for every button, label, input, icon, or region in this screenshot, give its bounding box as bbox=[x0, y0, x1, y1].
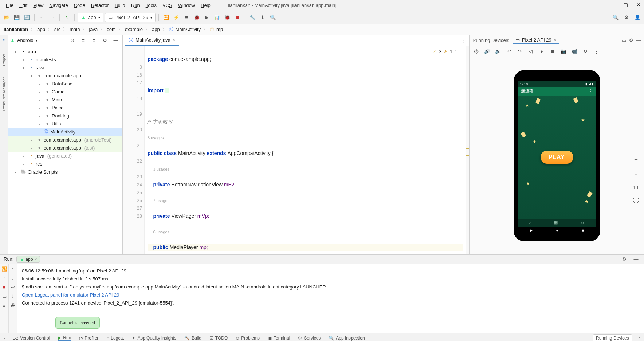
sys-back-icon[interactable]: ▶ bbox=[530, 228, 533, 232]
crumb-src[interactable]: src bbox=[54, 27, 60, 32]
tree-pkg-test[interactable]: ▸●com.example.app(test) bbox=[8, 144, 122, 152]
prev-icon[interactable]: ↑ bbox=[3, 275, 5, 281]
menu-file[interactable]: File bbox=[3, 1, 16, 9]
open-icon[interactable]: 📂 bbox=[2, 13, 11, 22]
crumb-app[interactable]: app bbox=[37, 27, 45, 32]
maximize-button[interactable]: ▢ bbox=[622, 1, 629, 8]
tree-utils[interactable]: ▸●Utils bbox=[8, 120, 122, 128]
tree-piece[interactable]: ▸●Piece bbox=[8, 104, 122, 112]
up-arrow-icon[interactable]: ↑ bbox=[12, 266, 14, 272]
record-icon[interactable]: 📹 bbox=[572, 49, 577, 54]
tree-gradle[interactable]: ▸🐘Gradle Scripts bbox=[8, 168, 122, 176]
zoom-in-icon[interactable]: ＋ bbox=[633, 156, 639, 163]
menu-tools[interactable]: Tools bbox=[143, 1, 160, 9]
rotate-left-icon[interactable]: ↶ bbox=[506, 49, 512, 54]
more-icon[interactable]: ⋮ bbox=[593, 49, 599, 54]
bottom-nav[interactable]: ⌂ ▦ ☺ bbox=[518, 219, 596, 227]
layout-icon[interactable]: ▭ bbox=[2, 294, 7, 299]
stop-icon[interactable]: ■ bbox=[3, 284, 6, 290]
crumb-field[interactable]: mp bbox=[216, 27, 223, 32]
print-icon[interactable]: 🖶 bbox=[11, 303, 15, 308]
menu-code[interactable]: Code bbox=[71, 1, 88, 9]
close-icon[interactable]: × bbox=[34, 257, 37, 262]
collapse-icon[interactable]: ≡ bbox=[90, 36, 98, 45]
menu-build[interactable]: Build bbox=[112, 1, 128, 9]
crumb-main[interactable]: main bbox=[70, 27, 80, 32]
nav-home-icon[interactable]: ⌂ bbox=[529, 221, 532, 225]
expand-icon[interactable]: ⛶ bbox=[633, 197, 639, 204]
crumb-example[interactable]: example bbox=[125, 27, 143, 32]
sdk-icon[interactable]: ⬇ bbox=[258, 13, 267, 22]
system-nav[interactable]: ▶ ● ■ bbox=[518, 227, 596, 234]
tree-pkg[interactable]: ▾●com.example.app bbox=[8, 71, 122, 80]
close-tab-icon[interactable]: × bbox=[173, 38, 175, 43]
run-config-selector[interactable]: ▲ app ▾ bbox=[78, 13, 103, 22]
rerun-icon[interactable]: 🔁 bbox=[1, 266, 7, 272]
locate-icon[interactable]: ⊙ bbox=[68, 36, 76, 45]
apply-code-icon[interactable]: ≡ bbox=[182, 13, 191, 22]
gear-icon[interactable]: ⚙ bbox=[620, 255, 629, 264]
save-icon[interactable]: 💾 bbox=[12, 13, 21, 22]
device-tab[interactable]: ▭ Pixel 2 API 29 × bbox=[513, 36, 559, 44]
menu-help[interactable]: Help bbox=[198, 1, 213, 9]
menu-navigate[interactable]: Navigate bbox=[46, 1, 71, 9]
up-icon[interactable]: ↖ bbox=[63, 13, 71, 22]
device-selector[interactable]: ▭ Pixel_2_API_29 ▾ bbox=[105, 13, 156, 22]
gear-icon[interactable]: ⚙ bbox=[101, 36, 109, 45]
soft-wrap-icon[interactable]: ↩ bbox=[11, 284, 15, 290]
overview-icon[interactable]: ■ bbox=[550, 49, 555, 54]
inspection-flags[interactable]: ⚠3 ⚠1 ˄ ˅ bbox=[433, 48, 461, 56]
tool-version-control[interactable]: ⎇Version Control bbox=[13, 336, 50, 341]
tool-services[interactable]: ⚙Services bbox=[298, 336, 321, 341]
tool-app-quality[interactable]: ✦App Quality Insights bbox=[132, 336, 176, 341]
power-icon[interactable]: ⏻ bbox=[473, 49, 479, 54]
crumb-java[interactable]: java bbox=[89, 27, 98, 32]
back-icon[interactable]: ← bbox=[38, 13, 46, 22]
settings-icon[interactable]: ⚙ bbox=[622, 13, 631, 22]
phone-screen[interactable]: 12:59▮ ◢ ▮ 连连看 ⋮ ★ ★ ★ ★ ★ bbox=[518, 81, 596, 234]
fit-icon[interactable]: 1:1 bbox=[633, 186, 639, 190]
project-tree[interactable]: ▾▪app ▸▪manifests ▾▪java ▾●com.example.a… bbox=[8, 46, 122, 254]
code-area[interactable]: package com.example.app; import ... /* 主… bbox=[145, 46, 466, 254]
crumb-class[interactable]: MainActivity bbox=[176, 27, 201, 32]
tree-ranking[interactable]: ▸●Ranking bbox=[8, 112, 122, 120]
menu-window[interactable]: Window bbox=[175, 1, 198, 9]
editor-tab-mainactivity[interactable]: Ⓒ MainActivity.java × bbox=[125, 35, 179, 46]
hide-icon[interactable]: — bbox=[111, 36, 120, 45]
scroll-end-icon[interactable]: ⤓ bbox=[11, 294, 15, 299]
toolwin-toggle-icon[interactable]: ▫ bbox=[4, 336, 5, 341]
tree-res[interactable]: ▸▪res bbox=[8, 160, 122, 168]
play-button[interactable]: PLAY bbox=[541, 151, 573, 164]
chevron-up-icon[interactable]: ˄ bbox=[455, 48, 457, 56]
tree-pkg-androidtest[interactable]: ▸●com.example.app(androidTest) bbox=[8, 136, 122, 144]
tool-todo[interactable]: ☑TODO bbox=[209, 336, 228, 341]
run-tab-app[interactable]: ▲ app × bbox=[16, 256, 40, 263]
app-menu-icon[interactable]: ⋮ bbox=[589, 89, 593, 94]
tool-build[interactable]: 🔨Build bbox=[184, 336, 201, 341]
tool-logcat[interactable]: ≡Logcat bbox=[106, 336, 124, 341]
home-icon[interactable]: ● bbox=[539, 49, 545, 54]
screenshot-icon[interactable]: 📷 bbox=[561, 49, 566, 54]
down-arrow-icon[interactable]: ↓ bbox=[12, 275, 14, 281]
logcat-link[interactable]: Open Logcat panel for emulator Pixel 2 A… bbox=[22, 292, 119, 298]
nav-rank-icon[interactable]: ▦ bbox=[554, 220, 558, 225]
tree-java-gen[interactable]: ▸▪java(generated) bbox=[8, 152, 122, 160]
volume-down-icon[interactable]: 🔉 bbox=[495, 49, 501, 54]
volume-up-icon[interactable]: 🔊 bbox=[484, 49, 490, 54]
left-strip-resource-mgr[interactable]: Resource Manager bbox=[2, 77, 6, 111]
sync-icon[interactable]: 🔄 bbox=[23, 13, 31, 22]
tree-mainactivity[interactable]: ⒸMainActivity bbox=[8, 128, 122, 136]
expand-icon[interactable]: ≡ bbox=[79, 36, 87, 45]
window-icon[interactable]: ▭ bbox=[622, 38, 626, 43]
tree-app[interactable]: ▾▪app bbox=[8, 47, 122, 55]
sys-home-icon[interactable]: ● bbox=[556, 228, 558, 232]
run-icon[interactable]: 🔁 bbox=[162, 13, 170, 22]
apply-changes-icon[interactable]: ⚡ bbox=[172, 13, 181, 22]
search-icon[interactable]: 🔍 bbox=[611, 13, 620, 22]
tool-app-inspection[interactable]: 🔍App Inspection bbox=[329, 336, 365, 341]
back-icon[interactable]: ◁ bbox=[528, 49, 534, 54]
hide-icon[interactable]: — bbox=[636, 38, 641, 43]
editor-tab-menu[interactable]: ⋮ bbox=[462, 38, 469, 43]
close-button[interactable]: ✕ bbox=[635, 1, 642, 8]
menu-vcs[interactable]: VCS bbox=[160, 1, 175, 9]
